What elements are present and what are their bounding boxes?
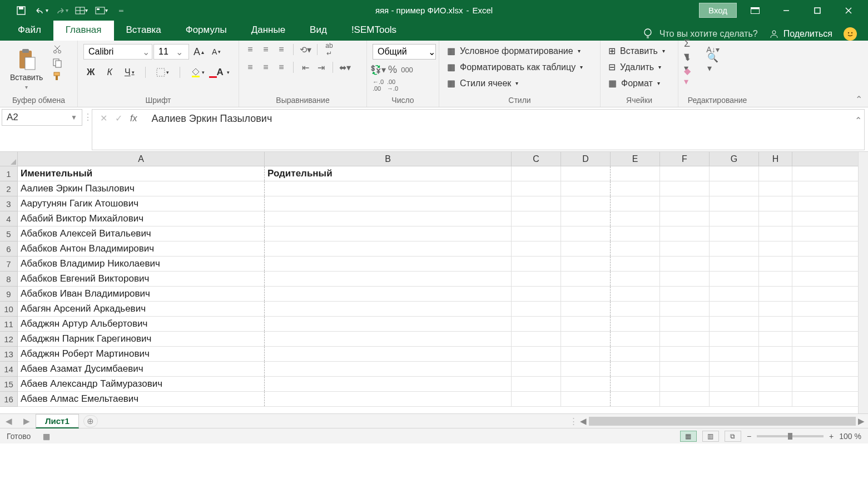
merge-icon[interactable]: ⬌▾ bbox=[339, 62, 350, 73]
percent-icon[interactable]: % bbox=[387, 64, 398, 75]
cell[interactable] bbox=[611, 226, 660, 241]
cell[interactable] bbox=[611, 196, 660, 211]
cell[interactable] bbox=[265, 362, 512, 376]
cell[interactable] bbox=[561, 392, 611, 406]
cell[interactable] bbox=[710, 332, 759, 346]
tell-me-search[interactable]: Что вы хотите сделать? bbox=[643, 28, 758, 40]
close-icon[interactable] bbox=[836, 2, 861, 19]
italic-button[interactable]: К bbox=[103, 66, 115, 79]
cell[interactable] bbox=[759, 257, 792, 271]
cell[interactable] bbox=[710, 166, 759, 181]
cell[interactable] bbox=[561, 226, 611, 241]
cells-area[interactable]: ИменительныйРодительныйАалиев Эркин Пазы… bbox=[18, 166, 858, 413]
cell[interactable] bbox=[660, 302, 710, 316]
formula-bar-input[interactable]: Аалиев Эркин Пазылович bbox=[145, 113, 852, 125]
cell[interactable] bbox=[265, 347, 512, 361]
cell[interactable] bbox=[759, 377, 792, 391]
name-box[interactable]: A2▼ bbox=[2, 109, 82, 126]
cell[interactable] bbox=[512, 317, 561, 331]
collapse-ribbon-icon[interactable]: ⌃ bbox=[855, 94, 862, 105]
cancel-formula-icon[interactable]: ✕ bbox=[100, 113, 107, 124]
paste-button[interactable]: Вставить ▾ bbox=[6, 44, 47, 95]
cell[interactable] bbox=[611, 211, 660, 226]
row-header[interactable]: 5 bbox=[0, 226, 17, 241]
font-name-input[interactable] bbox=[84, 47, 140, 57]
cell[interactable] bbox=[710, 287, 759, 301]
cell[interactable] bbox=[512, 181, 561, 196]
cell[interactable] bbox=[660, 347, 710, 361]
font-size-combo[interactable]: ⌄ bbox=[153, 44, 189, 60]
cell[interactable]: Абаджян Парник Гарегинович bbox=[18, 332, 265, 346]
cell[interactable] bbox=[759, 226, 792, 241]
row-header[interactable]: 11 bbox=[0, 317, 17, 332]
cell[interactable] bbox=[660, 332, 710, 346]
copy-icon[interactable] bbox=[52, 57, 63, 68]
increase-font-icon[interactable]: A▴ bbox=[190, 45, 207, 60]
cell[interactable]: Аалиев Эркин Пазылович bbox=[18, 181, 265, 196]
cell[interactable] bbox=[759, 362, 792, 376]
minimize-icon[interactable] bbox=[773, 2, 799, 19]
align-left-icon[interactable]: ≡ bbox=[245, 62, 256, 73]
align-center-icon[interactable]: ≡ bbox=[260, 62, 271, 73]
format-as-table-button[interactable]: ▦Форматировать как таблицу ▾ bbox=[445, 60, 594, 74]
cell[interactable] bbox=[561, 317, 611, 331]
expand-formula-bar-icon[interactable]: ⌃ bbox=[852, 113, 864, 126]
find-select-icon[interactable]: 🔍▾ bbox=[707, 57, 718, 68]
cell[interactable] bbox=[265, 181, 512, 196]
tab-home[interactable]: Главная bbox=[53, 19, 114, 41]
cell[interactable] bbox=[710, 392, 759, 406]
fx-icon[interactable]: fx bbox=[130, 114, 137, 124]
cell[interactable] bbox=[561, 377, 611, 391]
format-cells-button[interactable]: ▦Формат ▾ bbox=[606, 76, 672, 90]
spreadsheet-grid[interactable]: ABCDEFGH 12345678910111213141516 Имените… bbox=[0, 152, 868, 413]
thousands-icon[interactable]: 000 bbox=[401, 64, 413, 75]
cell[interactable] bbox=[759, 166, 792, 181]
cell[interactable] bbox=[561, 181, 611, 196]
new-sheet-icon[interactable]: ⊕ bbox=[83, 415, 98, 427]
row-header[interactable]: 1 bbox=[0, 166, 17, 181]
cell[interactable] bbox=[561, 272, 611, 286]
cell[interactable] bbox=[710, 317, 759, 331]
cell[interactable]: Абаев Александр Таймуразович bbox=[18, 377, 265, 391]
cell[interactable] bbox=[561, 332, 611, 346]
cell[interactable] bbox=[710, 241, 759, 256]
ribbon-display-icon[interactable] bbox=[742, 2, 768, 19]
cell[interactable] bbox=[759, 287, 792, 301]
cell[interactable] bbox=[660, 272, 710, 286]
increase-indent-icon[interactable]: ⇥ bbox=[315, 62, 326, 73]
cell[interactable] bbox=[265, 287, 512, 301]
redo-icon[interactable]: ▾ bbox=[52, 3, 70, 18]
cell[interactable] bbox=[660, 362, 710, 376]
row-header[interactable]: 8 bbox=[0, 272, 17, 287]
row-header[interactable]: 6 bbox=[0, 241, 17, 257]
cell[interactable] bbox=[660, 181, 710, 196]
cell[interactable] bbox=[710, 362, 759, 376]
cell[interactable] bbox=[611, 166, 660, 181]
cell[interactable] bbox=[561, 196, 611, 211]
align-bottom-icon[interactable]: ≡ bbox=[276, 44, 287, 55]
cell[interactable] bbox=[512, 377, 561, 391]
cell[interactable] bbox=[265, 272, 512, 286]
cell[interactable] bbox=[710, 377, 759, 391]
row-header[interactable]: 9 bbox=[0, 287, 17, 302]
cell[interactable] bbox=[611, 377, 660, 391]
cell[interactable] bbox=[611, 302, 660, 316]
cell[interactable] bbox=[660, 257, 710, 271]
cell[interactable] bbox=[660, 211, 710, 226]
cell[interactable] bbox=[512, 211, 561, 226]
cell[interactable] bbox=[512, 332, 561, 346]
insert-cells-button[interactable]: ⊞Вставить ▾ bbox=[606, 44, 672, 58]
cell[interactable] bbox=[759, 392, 792, 406]
feedback-icon[interactable] bbox=[844, 27, 857, 41]
align-right-icon[interactable]: ≡ bbox=[276, 62, 287, 73]
underline-button[interactable]: Ч ▾ bbox=[121, 66, 138, 79]
cell[interactable] bbox=[759, 196, 792, 211]
zoom-slider[interactable] bbox=[757, 435, 824, 437]
cell[interactable] bbox=[611, 392, 660, 406]
column-header[interactable]: B bbox=[265, 152, 512, 166]
tab-semtools[interactable]: !SEMTools bbox=[339, 19, 409, 41]
font-name-combo[interactable]: ⌄ bbox=[83, 44, 152, 60]
cell[interactable] bbox=[710, 272, 759, 286]
row-header[interactable]: 13 bbox=[0, 347, 17, 362]
cell[interactable] bbox=[512, 287, 561, 301]
